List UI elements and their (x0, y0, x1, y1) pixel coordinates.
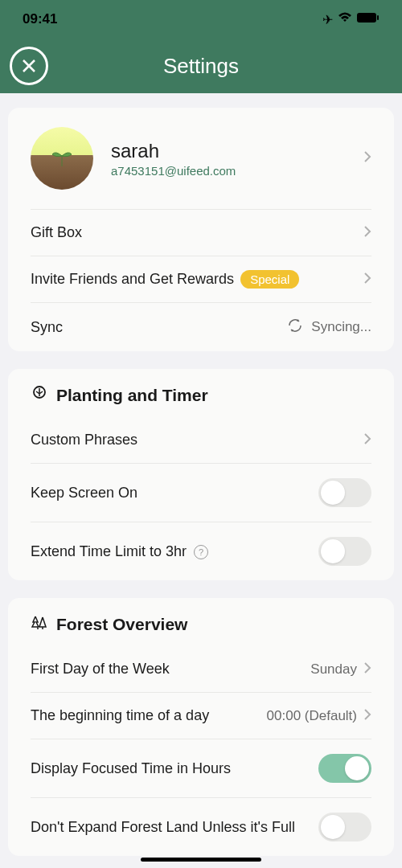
keep-screen-row: Keep Screen On (31, 464, 371, 522)
sync-row[interactable]: Sync Syncing... (31, 303, 371, 351)
profile-email: a7453151@uifeed.com (111, 164, 363, 178)
profile-row[interactable]: sarah a7453151@uifeed.com (31, 108, 371, 210)
planting-header: Planting and Timer (31, 369, 371, 417)
begin-time-value: 00:00 (Default) (267, 708, 357, 724)
invite-label: Invite Friends and Get RewardsSpecial (31, 271, 363, 288)
forest-header: Forest Overview (31, 598, 371, 646)
profile-name: sarah (111, 140, 363, 162)
chevron-right-icon (363, 432, 371, 448)
sync-status: Syncing... (311, 319, 371, 335)
dont-expand-toggle[interactable] (318, 813, 371, 841)
extend-time-row: Extend Time Limit to 3hr ? (31, 522, 371, 580)
account-card: sarah a7453151@uifeed.com Gift Box Invit… (8, 108, 394, 351)
begin-time-label: The beginning time of a day (31, 707, 267, 724)
header: Settings (0, 39, 402, 93)
display-hours-row: Display Focused Time in Hours (31, 739, 371, 798)
close-button[interactable] (10, 47, 48, 85)
extend-time-label: Extend Time Limit to 3hr ? (31, 543, 318, 560)
special-badge: Special (240, 270, 299, 289)
airplane-icon: ✈ (322, 12, 333, 27)
first-day-label: First Day of the Week (31, 661, 310, 678)
status-bar: 09:41 ✈ (0, 0, 402, 39)
dont-expand-row: Don't Expand Forest Land Unless it's Ful… (31, 798, 371, 856)
planting-card: Planting and Timer Custom Phrases Keep S… (8, 369, 394, 580)
home-indicator[interactable] (141, 858, 261, 862)
forest-icon (31, 614, 48, 635)
svg-rect-1 (377, 15, 379, 20)
chevron-right-icon (363, 708, 371, 724)
chevron-right-icon (363, 225, 371, 241)
chevron-right-icon (363, 272, 371, 288)
invite-row[interactable]: Invite Friends and Get RewardsSpecial (31, 256, 371, 303)
custom-phrases-label: Custom Phrases (31, 432, 363, 448)
battery-icon (357, 12, 379, 27)
keep-screen-label: Keep Screen On (31, 485, 318, 502)
display-hours-label: Display Focused Time in Hours (31, 760, 318, 777)
keep-screen-toggle[interactable] (318, 478, 371, 507)
tree-icon (31, 385, 48, 406)
status-time: 09:41 (23, 11, 57, 27)
svg-rect-0 (357, 13, 376, 23)
profile-info: sarah a7453151@uifeed.com (111, 140, 363, 178)
giftbox-label: Gift Box (31, 224, 363, 241)
begin-time-row[interactable]: The beginning time of a day 00:00 (Defau… (31, 693, 371, 739)
chevron-right-icon (363, 150, 371, 166)
help-icon[interactable]: ? (194, 545, 208, 559)
custom-phrases-row[interactable]: Custom Phrases (31, 417, 371, 464)
first-day-row[interactable]: First Day of the Week Sunday (31, 646, 371, 693)
extend-time-toggle[interactable] (318, 537, 371, 566)
giftbox-row[interactable]: Gift Box (31, 210, 371, 256)
close-icon (20, 57, 38, 75)
planting-title: Planting and Timer (56, 386, 208, 405)
first-day-value: Sunday (310, 661, 357, 678)
dont-expand-label: Don't Expand Forest Land Unless it's Ful… (31, 819, 318, 836)
sync-label: Sync (31, 319, 287, 336)
page-title: Settings (163, 54, 239, 79)
display-hours-toggle[interactable] (318, 754, 371, 783)
sprout-icon (46, 146, 78, 170)
forest-card: Forest Overview First Day of the Week Su… (8, 598, 394, 856)
sync-icon (287, 317, 303, 337)
status-icons: ✈ (322, 12, 379, 27)
wifi-icon (338, 12, 352, 27)
avatar (31, 127, 93, 190)
chevron-right-icon (363, 661, 371, 678)
forest-title: Forest Overview (56, 615, 187, 634)
